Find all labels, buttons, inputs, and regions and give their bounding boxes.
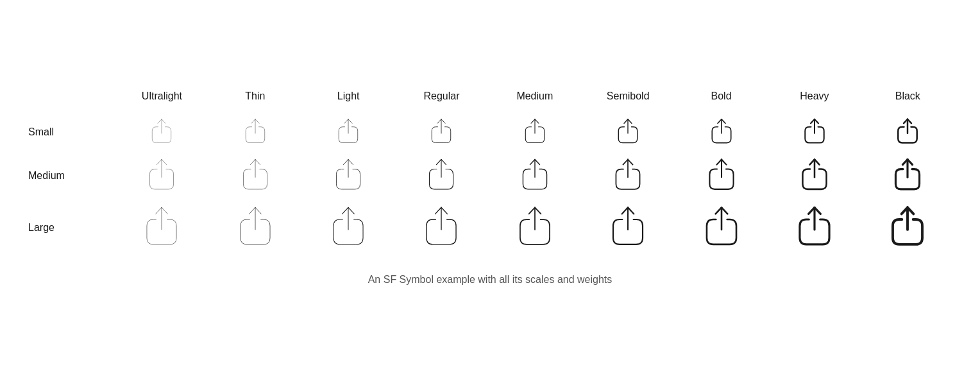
svg-line-47 xyxy=(722,159,727,164)
icon-large-medium xyxy=(491,205,579,251)
svg-line-37 xyxy=(437,159,442,164)
icon-small-light xyxy=(304,117,392,147)
icon-medium-semibold xyxy=(584,157,672,194)
icon-large-regular xyxy=(398,205,486,251)
cell-medium-semibold xyxy=(582,152,675,200)
svg-line-34 xyxy=(344,159,349,164)
cell-large-ultralight xyxy=(115,200,208,256)
col-header-ultralight: Ultralight xyxy=(115,90,208,112)
svg-line-10 xyxy=(438,119,442,123)
cell-large-bold xyxy=(675,200,768,256)
icon-large-black xyxy=(864,205,952,251)
svg-line-58 xyxy=(249,207,255,214)
icon-large-heavy xyxy=(770,205,858,251)
icon-small-heavy xyxy=(770,117,858,147)
cell-large-heavy xyxy=(768,200,861,256)
svg-line-41 xyxy=(535,159,540,164)
svg-line-65 xyxy=(441,207,447,214)
cell-small-thin xyxy=(208,112,301,152)
svg-line-44 xyxy=(628,159,633,164)
row-medium: Medium xyxy=(26,152,954,200)
icon-small-thin xyxy=(211,117,299,147)
icon-small-ultralight xyxy=(118,117,206,147)
cell-small-regular xyxy=(395,112,488,152)
cell-small-bold xyxy=(675,112,768,152)
header-row: UltralightThinLightRegularMediumSemibold… xyxy=(26,90,954,112)
svg-line-13 xyxy=(531,119,535,123)
corner-header xyxy=(26,90,115,112)
col-header-heavy: Heavy xyxy=(768,90,861,112)
svg-line-14 xyxy=(535,119,539,123)
row-label-large: Large xyxy=(26,200,115,256)
cell-medium-bold xyxy=(675,152,768,200)
cell-large-medium xyxy=(488,200,581,256)
icon-small-regular xyxy=(398,117,486,147)
svg-line-2 xyxy=(162,119,165,123)
col-header-regular: Regular xyxy=(395,90,488,112)
col-header-light: Light xyxy=(301,90,394,112)
svg-line-43 xyxy=(623,159,629,164)
svg-line-73 xyxy=(715,207,721,214)
svg-line-17 xyxy=(628,119,632,123)
svg-line-16 xyxy=(624,119,628,123)
svg-line-35 xyxy=(348,159,353,164)
caption-text: An SF Symbol example with all its scales… xyxy=(26,274,954,286)
svg-line-59 xyxy=(255,207,261,214)
cell-small-light xyxy=(301,112,394,152)
row-large: Large xyxy=(26,200,954,256)
icon-medium-light xyxy=(304,157,392,194)
icon-small-semibold xyxy=(584,117,672,147)
cell-medium-heavy xyxy=(768,152,861,200)
svg-line-62 xyxy=(348,207,354,214)
icon-medium-regular xyxy=(398,157,486,194)
icon-small-bold xyxy=(677,117,765,147)
svg-line-67 xyxy=(528,207,534,214)
cell-medium-light xyxy=(301,152,394,200)
svg-line-4 xyxy=(251,119,255,123)
cell-small-medium xyxy=(488,112,581,152)
svg-line-70 xyxy=(622,207,628,214)
icon-medium-black xyxy=(864,157,952,194)
cell-small-heavy xyxy=(768,112,861,152)
cell-large-black xyxy=(861,200,954,256)
svg-line-28 xyxy=(157,159,162,164)
col-header-black: Black xyxy=(861,90,954,112)
cell-large-regular xyxy=(395,200,488,256)
col-header-thin: Thin xyxy=(208,90,301,112)
col-header-medium: Medium xyxy=(488,90,581,112)
svg-line-32 xyxy=(255,159,260,164)
svg-line-1 xyxy=(158,119,162,123)
col-header-semibold: Semibold xyxy=(582,90,675,112)
icon-medium-ultralight xyxy=(118,157,206,194)
cell-large-thin xyxy=(208,200,301,256)
svg-line-8 xyxy=(348,119,352,123)
icon-large-bold xyxy=(677,205,765,251)
cell-large-light xyxy=(301,200,394,256)
symbol-grid: UltralightThinLightRegularMediumSemibold… xyxy=(26,90,954,256)
icon-large-light xyxy=(304,205,392,251)
svg-line-11 xyxy=(441,119,445,123)
svg-line-74 xyxy=(722,207,727,214)
icon-medium-heavy xyxy=(770,157,858,194)
icon-large-thin xyxy=(211,205,299,251)
icon-medium-thin xyxy=(211,157,299,194)
svg-line-20 xyxy=(722,119,725,123)
icon-large-semibold xyxy=(584,205,672,251)
row-small: Small xyxy=(26,112,954,152)
svg-line-19 xyxy=(718,119,722,123)
svg-line-29 xyxy=(162,159,167,164)
svg-line-56 xyxy=(162,207,167,214)
cell-medium-black xyxy=(861,152,954,200)
svg-line-7 xyxy=(344,119,348,123)
col-header-bold: Bold xyxy=(675,90,768,112)
icon-small-medium xyxy=(491,117,579,147)
row-label-small: Small xyxy=(26,112,115,152)
cell-small-ultralight xyxy=(115,112,208,152)
svg-line-64 xyxy=(435,207,441,214)
svg-line-68 xyxy=(535,207,541,214)
svg-line-46 xyxy=(716,159,722,164)
icon-medium-bold xyxy=(677,157,765,194)
svg-line-55 xyxy=(156,207,162,214)
cell-small-black xyxy=(861,112,954,152)
svg-line-31 xyxy=(250,159,255,164)
